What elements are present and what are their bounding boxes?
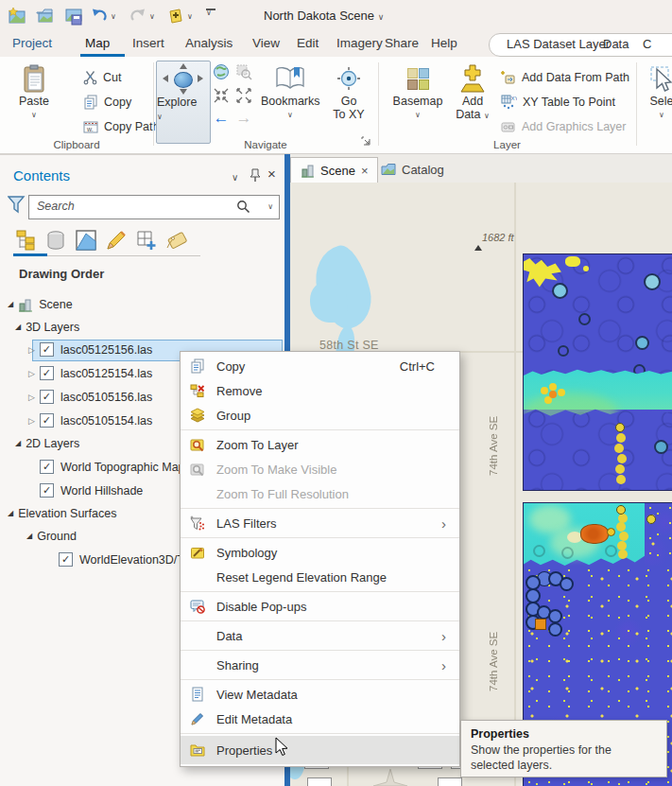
svg-text:XY: XY [511, 96, 518, 101]
fixed-zoom-out-icon[interactable] [234, 86, 253, 105]
lidar-point-column [616, 505, 626, 515]
previous-extent-button[interactable]: ← [212, 109, 231, 128]
redo-dropdown[interactable]: ∨ [149, 12, 155, 21]
tree-item-las-2[interactable]: ▷✓ lasc05105156.las [28, 387, 152, 407]
catalog-tab-icon [381, 163, 396, 176]
open-project-icon[interactable] [36, 7, 55, 29]
menu-separator [181, 620, 459, 621]
tree-group-elevation-surfaces[interactable]: ◢Elevation Surfaces [8, 503, 116, 523]
list-by-drawing-order-tab[interactable] [13, 228, 38, 253]
lidar-point [560, 577, 574, 591]
tab-classification[interactable]: C [643, 37, 651, 51]
undo-dropdown[interactable]: ∨ [111, 12, 116, 21]
tree-item-las-0[interactable]: ▷✓ lasc05125156.las [28, 340, 152, 359]
menu-item-group[interactable]: Group [181, 403, 459, 428]
save-project-icon[interactable] [64, 7, 83, 29]
tree-group-2d-layers[interactable]: ◢2D Layers [15, 433, 79, 453]
copy-path-button[interactable]: w. Copy Path [83, 119, 159, 134]
xy-table-to-point-button[interactable]: XY XY Table To Point [501, 95, 615, 110]
search-input[interactable] [35, 199, 228, 214]
fixed-zoom-in-icon[interactable] [212, 86, 231, 105]
tree-item-las-3[interactable]: ▷✓ lasc05105154.las [28, 410, 152, 430]
layer-checkbox[interactable]: ✓ [59, 552, 73, 567]
list-by-editing-tab[interactable] [104, 228, 129, 253]
menu-item-data[interactable]: Data › [181, 623, 459, 648]
tab-imagery[interactable]: Imagery [336, 36, 383, 50]
tab-help[interactable]: Help [431, 36, 457, 50]
menu-separator [181, 591, 459, 592]
list-by-snapping-tab[interactable] [134, 228, 159, 253]
favorites-dropdown[interactable]: ∨ [187, 12, 193, 21]
search-icon[interactable] [236, 200, 250, 214]
undo-button[interactable] [91, 8, 108, 28]
menu-item-copy[interactable]: Copy Ctrl+C [181, 354, 459, 378]
menu-item-las-filters[interactable]: LAS Filters › [181, 511, 459, 535]
customize-qat-icon[interactable]: ∨ [206, 9, 215, 17]
layer-checkbox[interactable]: ✓ [40, 390, 54, 404]
bookmarks-button[interactable]: Bookmarks ∨ [261, 62, 319, 119]
list-by-selection-tab[interactable] [74, 228, 98, 253]
paste-button[interactable]: Paste ∨ [9, 62, 59, 119]
tree-item-world-topographic[interactable]: ✓ World Topographic Map [40, 457, 185, 477]
close-panel-icon[interactable]: × [267, 166, 276, 182]
basemap-button[interactable]: Basemap ∨ [391, 62, 444, 119]
partial-control[interactable] [307, 777, 332, 786]
lidar-tile-top [523, 253, 672, 491]
layer-checkbox[interactable]: ✓ [40, 413, 54, 428]
layer-checkbox[interactable]: ✓ [40, 483, 54, 498]
add-data-from-path-button[interactable]: Add Data From Path [501, 70, 629, 85]
menu-item-symbology[interactable]: Symbology [181, 540, 459, 565]
zoom-make-visible-icon [190, 462, 205, 477]
tab-edit[interactable]: Edit [297, 36, 319, 50]
tab-catalog-view[interactable]: Catalog [371, 157, 454, 182]
partial-control[interactable] [438, 777, 462, 786]
layer-checkbox[interactable]: ✓ [40, 342, 54, 357]
tree-item-las-1[interactable]: ▷✓ lasc05125154.las [28, 363, 152, 383]
close-tab-icon[interactable]: × [361, 164, 369, 178]
select-button[interactable]: Sele ∨ [640, 62, 672, 119]
tab-las-dataset-layer[interactable]: LAS Dataset Layer [507, 37, 610, 51]
tab-map[interactable]: Map [85, 36, 110, 50]
menu-item-edit-metadata[interactable]: Edit Metadata [181, 707, 459, 731]
menu-item-zoom-to-layer[interactable]: Zoom To Layer [181, 432, 459, 457]
cut-button[interactable]: Cut [83, 70, 121, 85]
tab-share[interactable]: Share [385, 36, 419, 50]
redo-button[interactable] [129, 8, 146, 28]
tab-view[interactable]: View [252, 36, 280, 50]
tree-item-world-hillshade[interactable]: ✓ World Hillshade [40, 480, 143, 500]
tree-item-scene[interactable]: ◢ Scene [8, 294, 73, 314]
pin-icon[interactable] [249, 168, 262, 186]
menu-item-properties[interactable]: Properties [181, 736, 459, 764]
tree-group-3d-layers[interactable]: ◢3D Layers [15, 317, 79, 337]
group-icon [190, 408, 205, 423]
tab-analysis[interactable]: Analysis [185, 36, 233, 50]
tab-data[interactable]: Data [603, 37, 629, 51]
project-title[interactable]: North Dakota Scene ∨ [264, 9, 384, 23]
layer-checkbox[interactable]: ✓ [40, 460, 54, 474]
tab-project[interactable]: Project [12, 36, 52, 50]
full-extent-icon[interactable] [212, 62, 231, 81]
explore-button[interactable]: Explore ∨ [156, 61, 211, 144]
filter-icon[interactable] [8, 196, 26, 218]
add-data-button[interactable]: Add Data ∨ [450, 62, 495, 121]
list-by-labeling-tab[interactable] [164, 228, 189, 253]
tree-group-ground[interactable]: ◢Ground [26, 526, 77, 546]
new-project-icon[interactable] [8, 7, 26, 29]
menu-item-reset-legend-elevation-range[interactable]: Reset Legend Elevation Range [181, 565, 459, 589]
menu-item-remove[interactable]: Remove [181, 378, 459, 403]
lidar-point [561, 547, 574, 559]
menu-item-disable-popups[interactable]: Disable Pop-ups [181, 594, 459, 619]
menu-item-view-metadata[interactable]: View Metadata [181, 682, 459, 707]
layer-checkbox[interactable]: ✓ [40, 366, 54, 380]
panel-menu-chevron[interactable]: ∨ [232, 172, 238, 183]
tab-insert[interactable]: Insert [132, 36, 164, 50]
menu-item-sharing[interactable]: Sharing › [181, 653, 459, 677]
copy-button[interactable]: Copy [83, 95, 131, 110]
search-options-chevron[interactable]: ∨ [267, 202, 273, 211]
go-to-xy-button[interactable]: Go To XY [327, 62, 370, 121]
navigate-dialog-launcher[interactable] [361, 132, 370, 149]
list-by-data-source-tab[interactable] [43, 228, 68, 253]
elevation-marker [474, 245, 482, 251]
tab-scene-view[interactable]: Scene × [290, 157, 378, 183]
favorites-icon[interactable] [167, 7, 184, 27]
